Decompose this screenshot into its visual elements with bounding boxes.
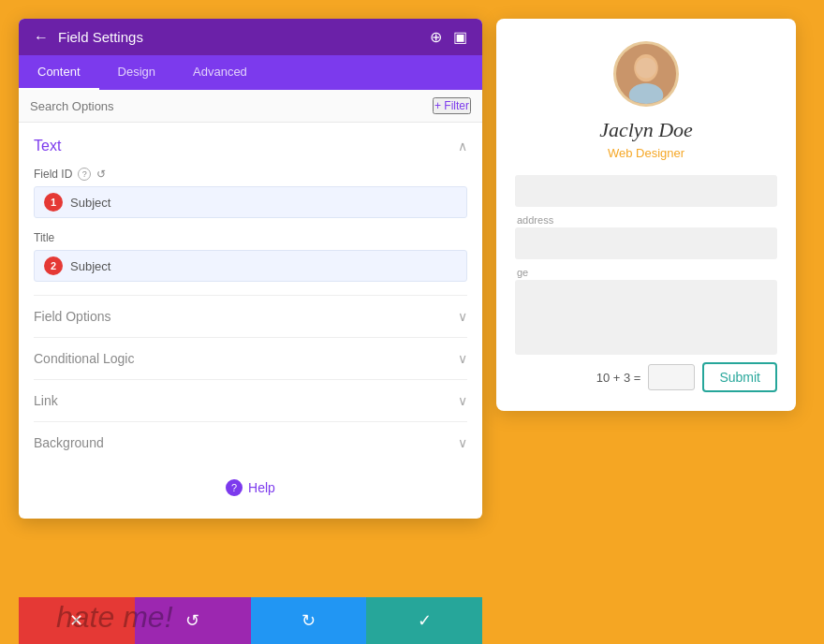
tab-advanced[interactable]: Advanced [174,55,266,90]
help-section: ? Help [34,463,467,504]
search-input[interactable] [30,99,433,113]
field-id-input-row[interactable]: 1 Subject [34,186,467,218]
title-label: Title [34,231,54,244]
filter-button[interactable]: + Filter [433,97,471,114]
form-field-2[interactable] [515,227,777,259]
captcha-row: 10 + 3 = Submit [515,362,777,392]
decorative-text: hate me! [56,600,173,635]
conditional-logic-chevron: ∨ [458,351,467,366]
header-icons: ⊕ ▣ [430,28,467,46]
back-arrow-icon[interactable]: ← [34,29,49,46]
field-settings-panel: ← Field Settings ⊕ ▣ Content Design Adva… [19,19,482,519]
tab-design[interactable]: Design [99,55,174,90]
redo-button[interactable]: ↻ [251,597,367,644]
field-options-chevron: ∨ [458,309,467,324]
text-section-toggle[interactable]: ∧ [458,139,467,154]
text-section-title: Text [34,138,61,154]
field-options-title: Field Options [34,309,110,324]
content-area: Text ∧ Field ID ? ↺ 1 Subject Title 2 Su… [19,123,482,519]
help-circle-icon: ? [226,479,243,496]
tabs: Content Design Advanced [19,55,482,90]
background-chevron: ∨ [458,435,467,450]
panel-header: ← Field Settings ⊕ ▣ [19,19,482,55]
title-value: Subject [70,259,110,273]
captcha-equation: 10 + 3 = [596,371,641,385]
message-label: ge [515,267,777,278]
tab-content[interactable]: Content [19,55,99,90]
field-id-row: Field ID ? ↺ [34,168,467,181]
background-header[interactable]: Background ∨ [34,435,467,450]
save-button[interactable]: ✓ [366,597,482,644]
title-row: Title [34,231,467,244]
background-section: Background ∨ [34,421,467,463]
svg-point-3 [636,58,656,79]
field-options-section: Field Options ∨ [34,295,467,337]
field-options-header[interactable]: Field Options ∨ [34,309,467,324]
title-input-row[interactable]: 2 Subject [34,250,467,282]
profile-card: Jaclyn Doe Web Designer address ge 10 + … [496,19,796,411]
field-id-reset-icon[interactable]: ↺ [96,168,106,181]
captcha-input[interactable] [648,364,695,390]
address-label: address [515,214,777,226]
form-textarea[interactable] [515,280,777,355]
field-id-badge: 1 [44,193,63,212]
settings-icon[interactable]: ⊕ [430,28,442,46]
form-field-1[interactable] [515,175,777,207]
profile-title: Web Designer [515,146,777,160]
help-label: Help [248,480,275,495]
profile-name: Jaclyn Doe [515,118,777,142]
conditional-logic-section: Conditional Logic ∨ [34,337,467,379]
field-id-label: Field ID [34,168,72,181]
conditional-logic-title: Conditional Logic [34,351,134,366]
search-bar: + Filter [19,90,482,123]
svg-point-2 [629,83,664,107]
header-left: ← Field Settings [34,29,143,46]
background-title: Background [34,435,104,450]
panel-title: Field Settings [58,29,143,45]
link-title: Link [34,393,58,408]
link-header[interactable]: Link ∨ [34,393,467,408]
field-id-value: Subject [70,196,110,210]
layout-icon[interactable]: ▣ [453,28,467,46]
title-badge: 2 [44,256,63,275]
link-section: Link ∨ [34,379,467,421]
help-button[interactable]: ? Help [226,479,275,496]
avatar [613,41,679,107]
conditional-logic-header[interactable]: Conditional Logic ∨ [34,351,467,366]
field-id-help-icon[interactable]: ? [78,168,91,181]
text-section-header: Text ∧ [34,138,467,154]
link-chevron: ∨ [458,393,467,408]
submit-button[interactable]: Submit [702,362,777,392]
